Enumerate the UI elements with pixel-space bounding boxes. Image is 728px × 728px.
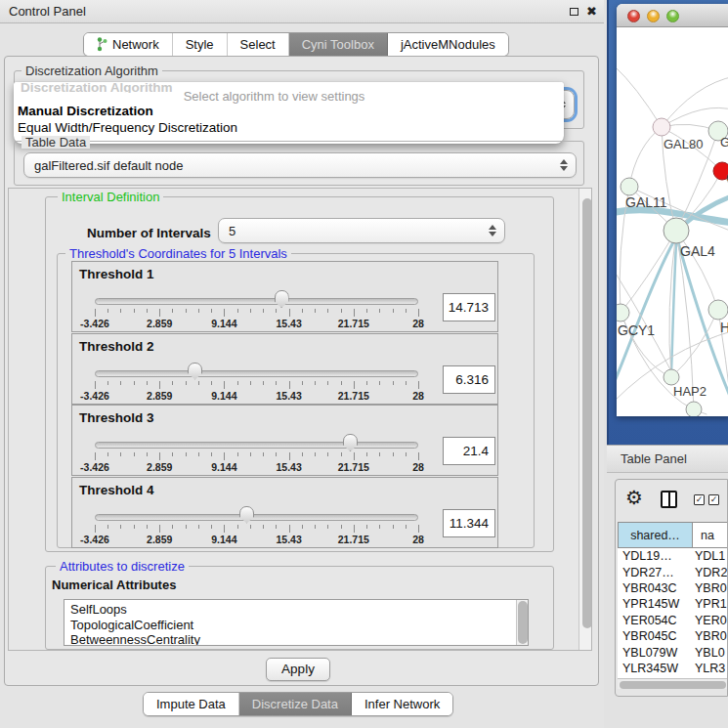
slider-tick — [107, 309, 108, 313]
table-row[interactable]: YDR27…YDR2 — [618, 564, 728, 579]
settings-scrollbar-thumb[interactable] — [582, 198, 592, 628]
tab-cyni-toolbox[interactable]: Cyni Toolbox — [289, 33, 388, 56]
threshold-slider-track[interactable] — [95, 370, 418, 377]
slider-tick — [327, 452, 328, 456]
threshold-slider-track[interactable] — [95, 298, 418, 305]
table-cell-shared-name: YDR27… — [618, 566, 692, 579]
tab-jactivemnodules[interactable]: jActiveMNodules — [388, 33, 508, 56]
network-node-n-gcy1[interactable] — [617, 304, 629, 321]
zoom-traffic-light-icon[interactable] — [666, 10, 679, 22]
checkbox-icon[interactable]: ✓ — [708, 494, 719, 505]
bottom-tab-bar: Impute DataDiscretize DataInfer Network — [143, 692, 453, 716]
network-window-titlebar[interactable] — [617, 4, 728, 27]
slider-tick — [354, 452, 355, 460]
network-edge[interactable] — [617, 66, 662, 127]
network-node-n-gal4[interactable] — [664, 218, 689, 243]
tab-style[interactable]: Style — [173, 33, 228, 56]
threshold-slider-track[interactable] — [95, 442, 418, 449]
minimize-traffic-light-icon[interactable] — [647, 10, 660, 22]
table-data-group-title: Table Data — [21, 136, 90, 149]
close-traffic-light-icon[interactable] — [627, 10, 640, 22]
attributes-scrollbar-thumb[interactable] — [518, 601, 528, 644]
slider-tick-label: 15.43 — [260, 390, 319, 402]
slider-tick — [315, 381, 316, 385]
table-cell-name: YBR0 — [692, 581, 727, 595]
threshold-slider-thumb[interactable] — [239, 506, 254, 524]
table-header-shared-name[interactable]: shared… — [618, 522, 693, 548]
attribute-list-item[interactable]: SelfLoops — [64, 602, 528, 618]
network-node-n-h[interactable] — [708, 300, 728, 320]
slider-tick — [393, 452, 394, 456]
network-node-n-bottom[interactable] — [686, 402, 702, 416]
apply-button[interactable]: Apply — [266, 658, 330, 681]
threshold-slider-thumb[interactable] — [275, 290, 289, 308]
table-cell-name: YBL0 — [692, 646, 725, 660]
slider-tick — [289, 381, 290, 389]
tab-select[interactable]: Select — [228, 33, 289, 56]
node-table: YDL19…YDL1YDR27…YDR2YBR043CYBR0YPR145WYP… — [618, 548, 728, 678]
slider-tick-label: 2.859 — [130, 390, 189, 402]
float-window-icon[interactable] — [570, 8, 578, 16]
attributes-list-scrollbar[interactable] — [516, 600, 528, 646]
app-screen: Control Panel ✖ NetworkStyleSelectCyni T… — [0, 0, 728, 728]
threshold-value-field[interactable]: 14.713 — [443, 293, 495, 321]
table-data-combobox[interactable]: galFiltered.sif default node — [23, 152, 577, 178]
slider-tick — [327, 381, 328, 385]
threshold-slider-thumb[interactable] — [343, 434, 358, 451]
network-canvas[interactable]: GAL80GACGAL11GAL4GCY1HHAP2 — [617, 27, 728, 416]
tab-label: Infer Network — [364, 697, 440, 711]
tab-network[interactable]: Network — [84, 33, 173, 56]
table-cell-shared-name: YER054C — [618, 614, 692, 627]
slider-tick — [341, 452, 342, 456]
tab-discretize-data[interactable]: Discretize Data — [239, 693, 352, 715]
numerical-attributes-list[interactable]: SelfLoopsTopologicalCoefficientBetweenne… — [64, 599, 529, 646]
tab-infer-network[interactable]: Infer Network — [352, 693, 452, 715]
slider-tick-label: 28 — [389, 390, 448, 402]
network-node-n-gal11[interactable] — [621, 178, 638, 195]
threshold-value-field[interactable]: 11.344 — [443, 509, 495, 537]
slider-tick — [159, 452, 160, 460]
slider-tick — [276, 525, 277, 529]
network-icon — [97, 37, 107, 52]
slider-tick — [224, 525, 225, 533]
threshold-slider-thumb[interactable] — [188, 363, 202, 380]
slider-tick — [120, 381, 121, 385]
gear-icon[interactable]: ⚙ — [625, 486, 643, 509]
table-row[interactable]: YBL079WYBL0 — [618, 644, 728, 660]
algorithm-option[interactable]: Manual Discretization — [18, 104, 153, 118]
slider-tick-label: 2.859 — [130, 534, 189, 545]
table-header-name[interactable]: na — [692, 522, 728, 548]
threshold-value-field[interactable]: 6.316 — [443, 365, 495, 394]
network-window: GAL80GACGAL11GAL4GCY1HHAP2 — [617, 4, 728, 416]
network-node-n-hap2[interactable] — [664, 369, 679, 385]
network-edge[interactable] — [662, 76, 728, 127]
slider-tick — [289, 309, 290, 317]
slider-tick — [263, 309, 264, 313]
table-row[interactable]: YER054CYER0 — [618, 613, 728, 628]
table-row[interactable]: YLR345WYLR3 — [618, 661, 728, 676]
table-row[interactable]: YBR043CYBR0 — [618, 580, 728, 596]
network-edge[interactable] — [629, 127, 662, 187]
slider-tick — [366, 381, 367, 385]
attribute-list-item[interactable]: BetweennessCentrality — [64, 632, 528, 646]
slider-tick — [237, 452, 238, 456]
network-node-n-gal80[interactable] — [653, 118, 670, 136]
threshold-slider-track[interactable] — [95, 514, 418, 521]
checkbox-icon[interactable]: ✓ — [694, 494, 705, 505]
tab-impute-data[interactable]: Impute Data — [144, 693, 239, 715]
slider-tick — [224, 381, 225, 389]
slider-tick — [276, 381, 277, 385]
columns-icon[interactable] — [661, 491, 677, 508]
table-row[interactable]: YDL19…YDL1 — [618, 548, 728, 564]
settings-scrollbar[interactable] — [578, 189, 592, 651]
slider-tick — [198, 381, 199, 385]
table-hscrollbar[interactable] — [618, 678, 728, 689]
algorithm-option[interactable]: Equal Width/Frequency Discretization — [18, 120, 237, 135]
attribute-list-item[interactable]: TopologicalCoefficient — [64, 618, 528, 633]
slider-tick-label: 21.715 — [324, 461, 383, 473]
table-row[interactable]: YBR045CYBR0 — [618, 628, 728, 644]
table-row[interactable]: YPR145WYPR1 — [618, 596, 728, 612]
close-icon[interactable]: ✖ — [586, 0, 597, 23]
table-hscrollbar-thumb[interactable] — [620, 681, 726, 689]
threshold-value-field[interactable]: 21.4 — [443, 437, 495, 465]
